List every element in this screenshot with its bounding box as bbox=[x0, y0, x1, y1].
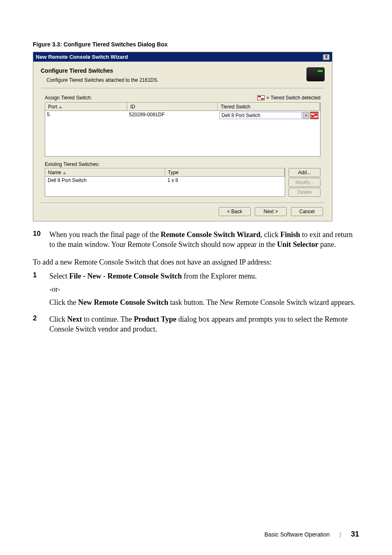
step-num-2: 2 bbox=[33, 314, 49, 338]
bold: Product Type bbox=[134, 315, 177, 323]
existing-table-head: Name Type bbox=[45, 168, 285, 177]
legend-text: = Tiered Switch detected bbox=[266, 95, 321, 101]
footer-page-number: 31 bbox=[351, 530, 359, 539]
text: When you reach the final page of the bbox=[49, 230, 161, 239]
dialog-header-title: Configure Tiered Switches bbox=[41, 67, 159, 74]
cell-port: 5 bbox=[45, 111, 127, 120]
cell-name: Dell 8 Port Switch bbox=[45, 177, 165, 184]
dialog-header: Configure Tiered Switches Configure Tier… bbox=[41, 67, 325, 88]
bold: Remote Console Switch Wizard bbox=[161, 230, 261, 239]
bold: Unit Selector bbox=[277, 240, 318, 249]
col-type[interactable]: Type bbox=[165, 168, 285, 177]
dialog-body: Configure Tiered Switches Configure Tier… bbox=[33, 62, 332, 221]
text: Click bbox=[49, 315, 67, 323]
device-icon bbox=[307, 67, 325, 81]
text: pane. bbox=[318, 240, 336, 249]
text: to continue. The bbox=[82, 315, 134, 323]
assign-table-head: Port ID Tiered Switch bbox=[45, 103, 320, 111]
existing-wrap: Name Type Dell 8 Port Switch 1 x 8 Add..… bbox=[45, 168, 321, 197]
bold: File - New - Remote Console Switch bbox=[69, 272, 182, 280]
col-name[interactable]: Name bbox=[45, 168, 165, 177]
col-tiered-switch[interactable]: Tiered Switch bbox=[218, 103, 320, 111]
step-num-10: 10 bbox=[33, 230, 49, 253]
text: Select bbox=[49, 272, 69, 280]
text: from the Explorer menu. bbox=[182, 272, 256, 280]
sort-asc-icon bbox=[63, 172, 66, 174]
add-button[interactable]: Add... bbox=[288, 168, 321, 177]
assign-table: Port ID Tiered Switch 5 520289-0081DF De… bbox=[45, 102, 321, 157]
col-port-label: Port bbox=[48, 104, 57, 110]
next-button[interactable]: Next > bbox=[255, 207, 287, 216]
cancel-button[interactable]: Cancel bbox=[291, 207, 323, 216]
text: , click bbox=[261, 230, 280, 239]
dialog-header-subtitle: Configure Tiered Switches attached to th… bbox=[46, 77, 159, 83]
modify-button[interactable]: Modify... bbox=[288, 178, 321, 187]
bold: Finish bbox=[280, 230, 300, 239]
close-icon[interactable]: X bbox=[323, 54, 330, 60]
titlebar: New Remote Console Switch Wizard X bbox=[33, 52, 332, 62]
back-button[interactable]: < Back bbox=[219, 207, 251, 216]
footer-section: Basic Software Operation bbox=[265, 531, 330, 538]
text: task button. The New Remote Console Swit… bbox=[168, 298, 355, 306]
sort-asc-icon bbox=[59, 106, 62, 108]
dialog-separator bbox=[41, 203, 325, 203]
tiered-switch-icon bbox=[257, 95, 265, 100]
tiered-switch-detected-icon bbox=[310, 112, 318, 119]
step-1-body: Select File - New - Remote Console Switc… bbox=[49, 271, 359, 311]
assign-label-row: Assign Tiered Switch: = Tiered Switch de… bbox=[45, 95, 321, 101]
existing-side-buttons: Add... Modify... Delete bbox=[288, 168, 321, 197]
dialog-box: New Remote Console Switch Wizard X Confi… bbox=[33, 52, 332, 221]
col-name-label: Name bbox=[48, 170, 61, 175]
existing-table: Name Type Dell 8 Port Switch 1 x 8 bbox=[45, 168, 285, 197]
dialog-title: New Remote Console Switch Wizard bbox=[36, 54, 128, 60]
figure-caption: Figure 3.3: Configure Tiered Switches Di… bbox=[33, 41, 359, 48]
bold: Next bbox=[67, 315, 82, 323]
existing-label: Existing Tiered Switches: bbox=[45, 161, 321, 167]
cell-type: 1 x 8 bbox=[165, 177, 285, 184]
assign-label: Assign Tiered Switch: bbox=[45, 95, 92, 101]
step-2-body: Click Next to continue. The Product Type… bbox=[49, 314, 359, 338]
tiered-switch-input[interactable]: Dell 8 Port Switch bbox=[219, 112, 302, 119]
assign-table-row: 5 520289-0081DF Dell 8 Port Switch ▼ bbox=[45, 111, 320, 156]
col-port[interactable]: Port bbox=[45, 103, 127, 111]
existing-table-row[interactable]: Dell 8 Port Switch 1 x 8 bbox=[45, 177, 285, 196]
or-text: -or- bbox=[49, 284, 359, 294]
step-1: 1 Select File - New - Remote Console Swi… bbox=[33, 271, 359, 311]
cell-tiered-switch: Dell 8 Port Switch ▼ bbox=[218, 111, 320, 120]
legend: = Tiered Switch detected bbox=[257, 95, 321, 101]
step-10-body: When you reach the final page of the Rem… bbox=[49, 230, 359, 253]
step-num-1: 1 bbox=[33, 271, 49, 311]
bold: New Remote Console Switch bbox=[78, 298, 168, 306]
col-id[interactable]: ID bbox=[127, 103, 218, 111]
dialog-buttons: < Back Next > Cancel bbox=[41, 207, 325, 216]
delete-button[interactable]: Delete bbox=[288, 188, 321, 197]
step-10: 10 When you reach the final page of the … bbox=[33, 230, 359, 253]
intro-paragraph: To add a new Remote Console Switch that … bbox=[33, 257, 359, 267]
dropdown-icon[interactable]: ▼ bbox=[303, 112, 309, 119]
text: Click the bbox=[49, 298, 78, 306]
cell-id: 520289-0081DF bbox=[127, 111, 218, 120]
page-footer: Basic Software Operation | 31 bbox=[265, 530, 359, 539]
footer-separator: | bbox=[339, 531, 341, 538]
step-2: 2 Click Next to continue. The Product Ty… bbox=[33, 314, 359, 338]
